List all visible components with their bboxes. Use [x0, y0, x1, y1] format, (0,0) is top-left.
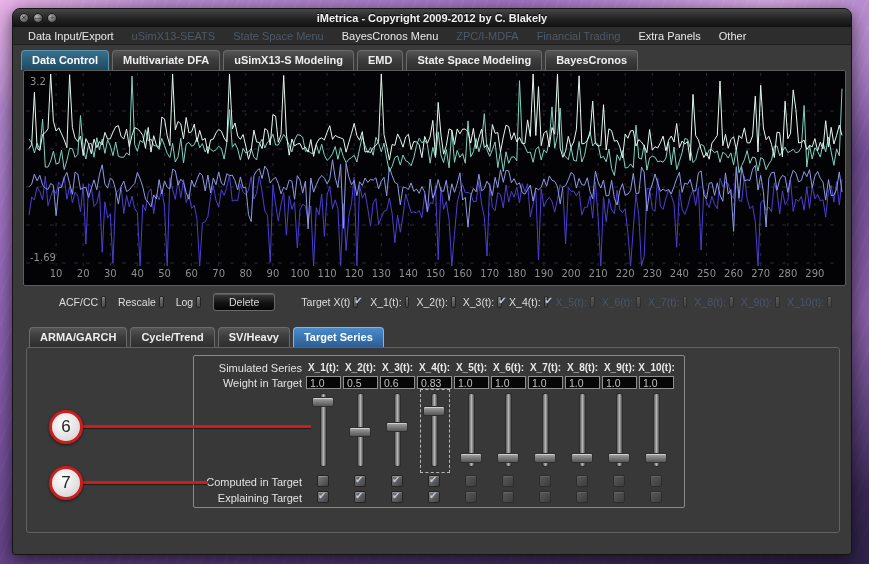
weight-slider-thumb-x7[interactable]	[534, 453, 556, 463]
explaining-target-checkbox-x10[interactable]	[650, 491, 662, 503]
explaining-target-checkbox-x2[interactable]: ✔	[354, 491, 366, 503]
weight-slider-thumb-x1[interactable]	[312, 397, 334, 407]
series-toggle-checkbox-x3[interactable]: ✔	[497, 296, 502, 308]
series-toggle-checkbox-x8[interactable]	[729, 296, 734, 308]
explaining-target-checkbox-x8[interactable]	[576, 491, 588, 503]
weight-slider-thumb-x5[interactable]	[460, 453, 482, 463]
series-column-header: X_3(t):	[379, 362, 416, 373]
x-tick-label: 40	[131, 268, 144, 279]
log-checkbox[interactable]	[196, 296, 201, 308]
series-toggle-checkbox-x7[interactable]	[683, 296, 688, 308]
tab-state-space-modeling[interactable]: State Space Modeling	[406, 50, 542, 70]
weight-slider-thumb-x9[interactable]	[608, 453, 630, 463]
weight-input-x8[interactable]	[565, 376, 600, 389]
x-tick-label: 140	[399, 268, 418, 279]
maximize-button[interactable]: +	[47, 13, 57, 23]
weight-slider-thumb-x2[interactable]	[349, 427, 371, 437]
explaining-target-checkbox-x5[interactable]	[465, 491, 477, 503]
computed-in-target-checkbox-x7[interactable]	[539, 475, 551, 487]
delete-button[interactable]: Delete	[213, 293, 275, 311]
weight-input-x1[interactable]	[306, 376, 341, 389]
series-toggle-checkbox-x6[interactable]	[636, 296, 641, 308]
weight-input-x10[interactable]	[639, 376, 674, 389]
computed-in-target-checkbox-x8[interactable]	[576, 475, 588, 487]
menu-financial-trading: Financial Trading	[528, 30, 630, 42]
series-toggle-checkbox-x4[interactable]: ✔	[544, 296, 549, 308]
weight-input-x6[interactable]	[491, 376, 526, 389]
explaining-target-checkbox-x3[interactable]: ✔	[391, 491, 403, 503]
rescale-checkbox[interactable]	[159, 296, 164, 308]
callout-6-circle: 6	[49, 410, 83, 444]
title-bar[interactable]: ✕ — + iMetrica - Copyright 2009-2012 by …	[13, 9, 851, 27]
series-toggle-checkbox-x1[interactable]	[405, 296, 410, 308]
weight-input-x2[interactable]	[343, 376, 378, 389]
explaining-target-checkbox-x4[interactable]: ✔	[428, 491, 440, 503]
tab-sv-heavy[interactable]: SV/Heavy	[218, 327, 290, 347]
x-tick-label: 110	[318, 268, 337, 279]
weight-input-x4[interactable]	[417, 376, 452, 389]
target-series-column-x5: X_5(t):	[453, 356, 490, 507]
close-button[interactable]: ✕	[19, 13, 29, 23]
check-mark-icon: ✔	[355, 474, 363, 485]
tab-emd[interactable]: EMD	[357, 50, 403, 70]
tab-multivariate-dfa[interactable]: Multivariate DFA	[112, 50, 220, 70]
weight-slider-thumb-x6[interactable]	[497, 453, 519, 463]
target-xt-checkbox[interactable]: ✔	[353, 296, 358, 308]
series-toggle-checkbox-x2[interactable]	[451, 296, 456, 308]
weight-slider-thumb-x4[interactable]	[423, 406, 445, 416]
computed-in-target-checkbox-x1[interactable]	[317, 475, 329, 487]
series-column-header: X_10(t):	[638, 362, 675, 373]
weight-input-x5[interactable]	[454, 376, 489, 389]
computed-in-target-checkbox-x5[interactable]	[465, 475, 477, 487]
x-tick-label: 250	[697, 268, 716, 279]
simulated-series-label: Simulated Series	[196, 362, 302, 374]
menu-extra-panels[interactable]: Extra Panels	[629, 30, 709, 42]
check-mark-icon: ✔	[545, 295, 553, 306]
explaining-target-checkbox-x1[interactable]: ✔	[317, 491, 329, 503]
series-column-header: X_4(t):	[416, 362, 453, 373]
target-series-column-x7: X_7(t):	[527, 356, 564, 507]
x-tick-label: 30	[104, 268, 117, 279]
acf-cc-checkbox[interactable]	[101, 296, 106, 308]
weight-input-x7[interactable]	[528, 376, 563, 389]
y-axis-min-label: -1.69	[30, 252, 56, 263]
weight-slider-thumb-x3[interactable]	[386, 422, 408, 432]
explaining-target-checkbox-x7[interactable]	[539, 491, 551, 503]
series-toggle-checkbox-x9[interactable]	[775, 296, 780, 308]
menu-bayescronos-menu[interactable]: BayesCronos Menu	[333, 30, 448, 42]
series-toggle-label-x1: X_1(t):	[370, 296, 402, 308]
y-axis-max-label: 3.2	[30, 76, 46, 87]
menu-data-input-export[interactable]: Data Input/Export	[19, 30, 123, 42]
computed-in-target-checkbox-x3[interactable]: ✔	[391, 475, 403, 487]
series-toggle-checkbox-x5[interactable]	[590, 296, 595, 308]
computed-in-target-checkbox-x4[interactable]: ✔	[428, 475, 440, 487]
chart-panel: 3.2-1.6910203040506070809010011012013014…	[23, 70, 846, 286]
weight-slider-thumb-x10[interactable]	[645, 453, 667, 463]
tab-arma-garch[interactable]: ARMA/GARCH	[29, 327, 127, 347]
weight-slider-thumb-x8[interactable]	[571, 453, 593, 463]
computed-in-target-checkbox-x6[interactable]	[502, 475, 514, 487]
weight-input-x9[interactable]	[602, 376, 637, 389]
acf-cc-label: ACF/CC	[59, 296, 98, 308]
check-mark-icon: ✔	[498, 295, 506, 306]
window-buttons: ✕ — +	[19, 13, 57, 23]
minimize-button[interactable]: —	[33, 13, 43, 23]
explaining-target-checkbox-x9[interactable]	[613, 491, 625, 503]
tab-cycle-trend[interactable]: Cycle/Trend	[130, 327, 214, 347]
computed-in-target-checkbox-x10[interactable]	[650, 475, 662, 487]
weight-slider-track-x4[interactable]	[432, 394, 437, 466]
x-tick-label: 170	[480, 268, 499, 279]
tab-target-series[interactable]: Target Series	[293, 327, 384, 347]
computed-in-target-checkbox-x9[interactable]	[613, 475, 625, 487]
series-toggle-label-x5: X_5(t):	[555, 296, 587, 308]
explaining-target-checkbox-x6[interactable]	[502, 491, 514, 503]
tab-bayescronos[interactable]: BayesCronos	[545, 50, 638, 70]
weight-input-x3[interactable]	[380, 376, 415, 389]
series-toggle-checkbox-x10[interactable]	[827, 296, 832, 308]
computed-in-target-checkbox-x2[interactable]: ✔	[354, 475, 366, 487]
tab-usimx13-s-modeling[interactable]: uSimX13-S Modeling	[223, 50, 354, 70]
x-tick-label: 200	[561, 268, 580, 279]
tab-data-control[interactable]: Data Control	[21, 50, 109, 70]
menu-other[interactable]: Other	[710, 30, 756, 42]
x-tick-label: 20	[77, 268, 90, 279]
